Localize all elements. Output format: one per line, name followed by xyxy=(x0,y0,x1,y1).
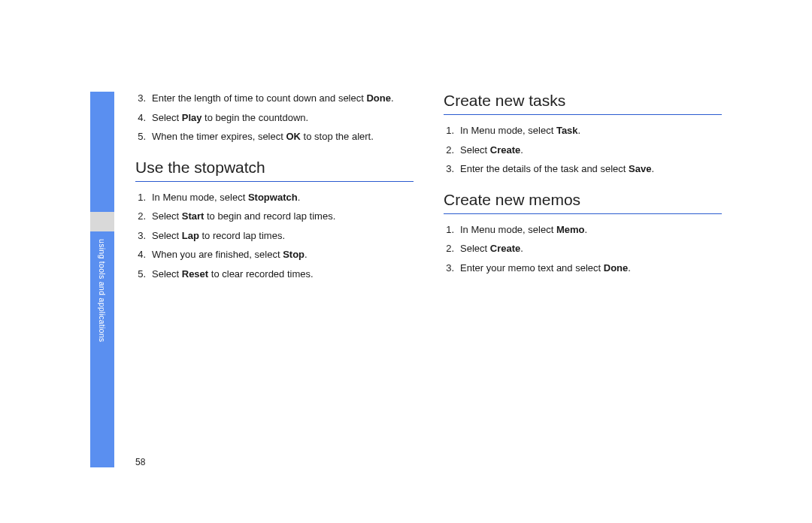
step-number: 2. xyxy=(135,210,146,223)
step-item: 4.When you are finished, select Stop. xyxy=(135,248,414,262)
section-title-memos: Create new memos xyxy=(444,191,722,214)
step-bold-term: Done xyxy=(604,262,629,274)
step-bold-term: Create xyxy=(490,243,520,254)
tasks-steps: 1.In Menu mode, select Task.2.Select Cre… xyxy=(444,124,722,176)
step-number: 3. xyxy=(444,162,454,176)
step-number: 3. xyxy=(135,229,146,243)
memos-steps: 1.In Menu mode, select Memo.2.Select Cre… xyxy=(444,223,722,275)
step-item: 1.In Menu mode, select Memo. xyxy=(444,223,722,237)
step-item: 2.Select Start to begin and record lap t… xyxy=(135,210,414,223)
step-text: Select Reset to clear recorded times. xyxy=(152,268,414,281)
step-bold-term: Start xyxy=(182,210,205,222)
step-number: 4. xyxy=(135,248,146,262)
step-number: 1. xyxy=(135,191,146,204)
step-number: 1. xyxy=(444,124,454,138)
step-bold-term: Done xyxy=(366,92,391,104)
manual-page: using tools and applications 3.Enter the… xyxy=(90,92,728,467)
step-bold-term: Task xyxy=(556,125,578,136)
step-text: Select Lap to record lap times. xyxy=(152,229,414,243)
step-number: 3. xyxy=(135,92,146,105)
step-item: 1.In Menu mode, select Task. xyxy=(444,124,722,138)
step-bold-term: Create xyxy=(490,144,520,156)
step-item: 5.When the timer expires, select OK to s… xyxy=(135,130,414,144)
side-tab-blue-top xyxy=(90,92,114,212)
stopwatch-steps: 1.In Menu mode, select Stopwatch.2.Selec… xyxy=(135,191,414,281)
step-item: 3.Enter the length of time to count down… xyxy=(135,92,414,105)
page-number: 58 xyxy=(135,457,145,467)
step-number: 2. xyxy=(444,144,454,157)
step-text: Enter the length of time to count down a… xyxy=(152,92,414,105)
step-number: 1. xyxy=(444,223,454,237)
step-number: 4. xyxy=(135,111,146,125)
step-item: 3.Enter the details of the task and sele… xyxy=(444,162,722,176)
step-text: In Menu mode, select Memo. xyxy=(460,223,722,237)
step-text: When the timer expires, select OK to sto… xyxy=(152,130,414,144)
step-bold-term: Stopwatch xyxy=(248,192,298,203)
step-text: Select Start to begin and record lap tim… xyxy=(152,210,414,223)
step-bold-term: Memo xyxy=(556,224,585,235)
step-item: 3.Enter your memo text and select Done. xyxy=(444,262,722,275)
side-tab-grey-notch xyxy=(90,212,114,231)
side-tab-label: using tools and applications xyxy=(90,236,114,431)
step-bold-term: Play xyxy=(182,112,202,123)
step-item: 2.Select Create. xyxy=(444,242,722,255)
step-text: Enter the details of the task and select… xyxy=(460,162,722,176)
step-bold-term: OK xyxy=(286,131,301,142)
step-item: 5.Select Reset to clear recorded times. xyxy=(135,268,414,281)
timer-continuation-steps: 3.Enter the length of time to count down… xyxy=(135,92,414,144)
section-title-tasks: Create new tasks xyxy=(444,92,722,115)
step-number: 5. xyxy=(135,268,146,281)
step-number: 3. xyxy=(444,262,454,275)
step-item: 3.Select Lap to record lap times. xyxy=(135,229,414,243)
step-text: In Menu mode, select Task. xyxy=(460,124,722,138)
right-column: Create new tasks 1.In Menu mode, select … xyxy=(444,92,722,286)
side-tab: using tools and applications xyxy=(90,92,114,467)
content-columns: 3.Enter the length of time to count down… xyxy=(135,92,728,286)
step-number: 2. xyxy=(444,242,454,255)
step-number: 5. xyxy=(135,130,146,144)
step-item: 1.In Menu mode, select Stopwatch. xyxy=(135,191,414,204)
step-bold-term: Reset xyxy=(182,268,208,280)
left-column: 3.Enter the length of time to count down… xyxy=(135,92,414,286)
step-text: Enter your memo text and select Done. xyxy=(460,262,722,275)
step-text: Select Create. xyxy=(460,144,722,157)
step-text: In Menu mode, select Stopwatch. xyxy=(152,191,414,204)
step-item: 4.Select Play to begin the countdown. xyxy=(135,111,414,125)
step-item: 2.Select Create. xyxy=(444,144,722,157)
step-text: Select Play to begin the countdown. xyxy=(152,111,414,125)
step-bold-term: Stop xyxy=(283,249,304,260)
step-bold-term: Save xyxy=(629,163,651,174)
step-text: When you are finished, select Stop. xyxy=(152,248,414,262)
step-bold-term: Lap xyxy=(182,230,199,241)
section-title-stopwatch: Use the stopwatch xyxy=(135,159,414,182)
step-text: Select Create. xyxy=(460,242,722,255)
